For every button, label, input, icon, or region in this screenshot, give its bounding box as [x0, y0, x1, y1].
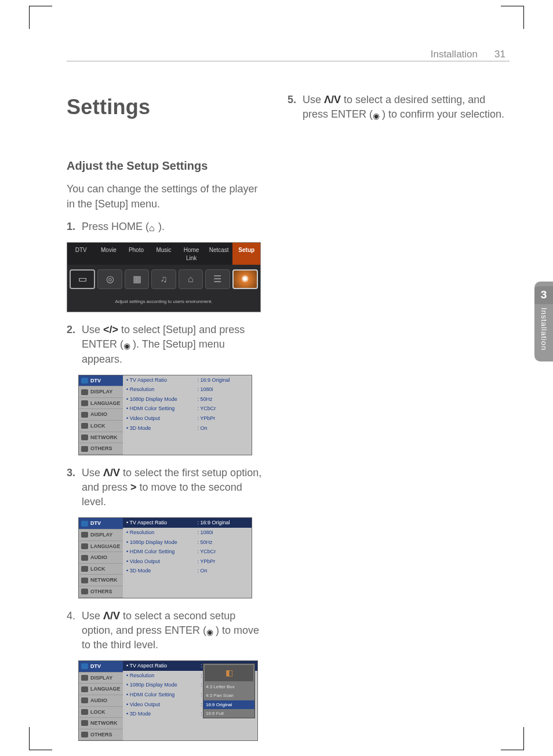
step-number: 5. [288, 93, 298, 122]
side-item-lock: LOCK [79, 421, 123, 432]
setup-row: • Resolution: 1080i [123, 528, 252, 538]
setup-row: • Video Output: YPbPr [123, 557, 252, 567]
up-down-icon: Λ/V [103, 610, 120, 622]
up-down-icon: Λ/V [324, 94, 341, 105]
setup-row: • TV Aspect Ratio: 16:9 Original [123, 375, 252, 385]
step-2: 2. Use </> to select [Setup] and press E… [67, 323, 267, 367]
side-item-lock: LOCK [79, 707, 123, 718]
popup-option-selected: 16:9 Original [203, 700, 254, 709]
enter-icon [123, 338, 133, 348]
homelink-icon: ⌂ [179, 269, 203, 289]
side-item-display: DISPLAY [79, 386, 123, 398]
side-item-dtv: DTV [79, 661, 123, 673]
step-number: 3. [67, 466, 77, 510]
step-4: 4. Use Λ/V to select a second setup opti… [67, 609, 267, 653]
left-right-icon: </> [103, 324, 118, 335]
side-item-network: NETWORK [79, 432, 123, 444]
setup-row-highlight: • TV Aspect Ratio: 16:9 Original [123, 518, 252, 528]
step-text: Use [82, 467, 103, 479]
header-section: Installation [431, 48, 478, 61]
enter-icon [206, 624, 216, 634]
enter-icon [373, 108, 382, 118]
setup-row: • 1080p Display Mode: 50Hz [123, 395, 252, 404]
step-text: Use [82, 324, 103, 335]
step-text: Use [303, 94, 324, 105]
photo-icon: ▦ [125, 269, 149, 289]
edge-tab-label: Installation [539, 308, 549, 350]
setup-row: • Resolution: 1080i [123, 385, 252, 395]
side-item-language: LANGUAGE [79, 398, 123, 410]
section-heading: Adjust the Setup Settings [67, 158, 267, 174]
home-tab: Movie [95, 243, 123, 265]
home-tab: Music [150, 243, 178, 265]
side-item-language: LANGUAGE [79, 684, 123, 695]
step-text: Press HOME ( [82, 221, 149, 232]
netcast-icon: ☰ [205, 269, 230, 289]
tv-icon: ▭ [70, 269, 95, 289]
step-text: ) to confirm your selection. [382, 108, 504, 120]
popup-option: 4:3 Pan Scan [203, 691, 254, 700]
setup-menu-screenshot-1: DTV DISPLAY LANGUAGE AUDIO LOCK NETWORK … [78, 375, 252, 455]
side-item-display: DISPLAY [79, 673, 123, 684]
music-icon: ♫ [151, 269, 176, 289]
setup-row: • Video Output: YPbPr [123, 414, 252, 423]
side-item-language: LANGUAGE [79, 541, 123, 553]
home-tab: Photo [122, 243, 150, 265]
page-title: Settings [67, 93, 267, 122]
side-item-audio: AUDIO [79, 695, 123, 707]
step-number: 2. [67, 323, 77, 367]
header-page-number: 31 [494, 48, 505, 61]
setup-row: • HDMI Color Setting: YCbCr [123, 547, 252, 557]
home-tab-setup: Setup [232, 243, 260, 265]
side-item-others: OTHERS [79, 729, 123, 741]
side-item-others: OTHERS [79, 443, 123, 455]
up-down-icon: Λ/V [103, 467, 120, 479]
side-item-network: NETWORK [79, 575, 123, 586]
popup-option: 4:3 Letter Box [203, 682, 254, 691]
setup-row: • 1080p Display Mode: 50Hz [123, 538, 252, 547]
home-tab: Netcast [205, 243, 233, 265]
step-5: 5. Use Λ/V to select a desired setting, … [288, 93, 510, 122]
side-item-display: DISPLAY [79, 529, 123, 541]
home-icon [149, 221, 158, 230]
setup-row: • 3D Mode: On [123, 423, 252, 433]
step-number: 4. [67, 609, 77, 653]
setup-row: • HDMI Color Setting: YCbCr [123, 404, 252, 414]
popup-option: 16:9 Full [203, 709, 254, 718]
step-text: ). [158, 221, 165, 232]
popup-preview-icon: ◧ [205, 665, 253, 681]
home-menu-screenshot: DTV Movie Photo Music Home Link Netcast … [67, 242, 261, 312]
home-tab: DTV [67, 243, 95, 265]
movie-icon: ◎ [97, 269, 122, 289]
side-item-network: NETWORK [79, 718, 123, 729]
edge-tab: 3 Installation [534, 282, 553, 361]
side-item-dtv: DTV [79, 518, 123, 529]
setup-menu-screenshot-2: DTV DISPLAY LANGUAGE AUDIO LOCK NETWORK … [78, 517, 252, 598]
aspect-ratio-popup: ◧ 4:3 Letter Box 4:3 Pan Scan 16:9 Origi… [203, 663, 255, 718]
setup-gear-icon: ✺ [232, 269, 258, 289]
side-item-others: OTHERS [79, 586, 123, 598]
edge-tab-number: 3 [534, 286, 553, 304]
side-item-audio: AUDIO [79, 552, 123, 564]
home-tab: Home Link [177, 243, 205, 265]
home-menu-description: Adjust settings according to users envir… [67, 293, 260, 312]
intro-paragraph: You can change the settings of the playe… [67, 182, 267, 211]
step-number: 1. [67, 220, 77, 234]
right-icon: > [130, 481, 137, 493]
setup-row: • 3D Mode: On [123, 566, 252, 576]
step-1: 1. Press HOME (). [67, 220, 267, 234]
header-rule [67, 61, 510, 61]
side-item-dtv: DTV [79, 375, 123, 387]
side-item-lock: LOCK [79, 564, 123, 575]
step-3: 3. Use Λ/V to select the first setup opt… [67, 466, 267, 510]
side-item-audio: AUDIO [79, 409, 123, 421]
step-text: Use [82, 610, 103, 622]
setup-menu-screenshot-3: DTV DISPLAY LANGUAGE AUDIO LOCK NETWORK … [78, 660, 258, 741]
